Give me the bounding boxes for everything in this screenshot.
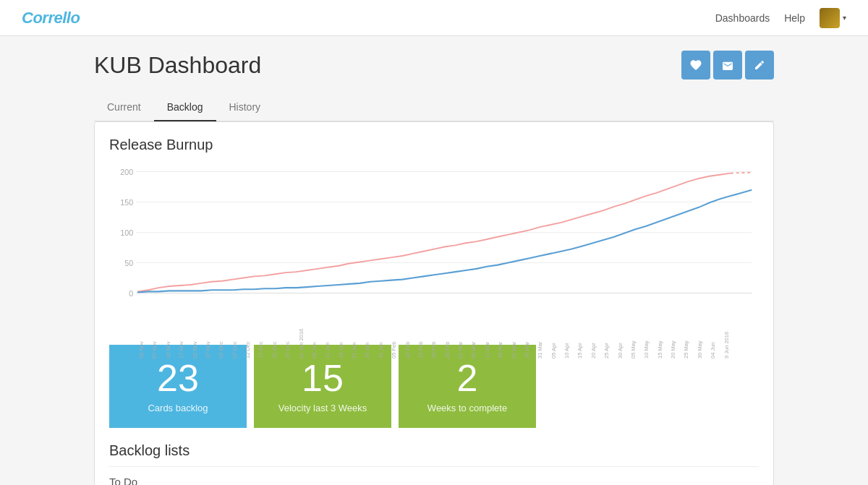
x-label: 25 Apr	[603, 319, 610, 359]
x-label: 9 Jun 2016	[723, 319, 730, 359]
tab-backlog[interactable]: Backlog	[154, 94, 216, 121]
x-label: 22 Nov	[192, 319, 198, 359]
user-avatar-menu[interactable]: ▾	[820, 8, 846, 28]
x-label: 10 May	[643, 319, 650, 359]
x-label: 01 Jan 2016	[298, 319, 305, 359]
release-burnup-chart: 200 150 100 50 0 02 Nov	[109, 164, 759, 330]
x-label: 27 Nov	[205, 319, 211, 359]
svg-text:200: 200	[120, 167, 133, 176]
backlog-lists-title: Backlog lists	[109, 442, 759, 467]
x-axis-labels: 02 Nov 07 Nov 12 Nov 17 Nov 22 Nov 27 No…	[109, 319, 759, 359]
svg-text:0: 0	[129, 288, 133, 297]
x-label: 01 Mar	[457, 319, 464, 359]
burnup-svg: 200 150 100 50 0	[109, 164, 759, 316]
edit-button[interactable]	[745, 51, 774, 80]
x-label: 17 Nov	[178, 319, 184, 359]
x-label: 04 Jun	[710, 319, 716, 359]
health-button[interactable]	[681, 51, 710, 80]
stat-number-weeks: 2	[457, 359, 478, 397]
x-label: 06 Jan	[311, 319, 318, 359]
stat-label-backlog: Cards backlog	[148, 403, 208, 413]
x-label: 20 Apr	[590, 319, 597, 359]
dashboards-link[interactable]: Dashboards	[715, 12, 770, 24]
x-label: 07 Nov	[151, 319, 158, 359]
stat-number-velocity: 15	[302, 359, 344, 397]
avatar	[820, 8, 840, 28]
svg-text:100: 100	[120, 228, 133, 236]
x-label: 06 Mar	[470, 319, 477, 359]
x-label: 10 Feb	[404, 319, 411, 359]
x-label: 16 Jan	[338, 319, 344, 359]
x-label: 07 Dec	[231, 319, 238, 359]
x-label: 25 May	[683, 319, 689, 359]
x-label: 02 Nov	[138, 319, 145, 359]
x-label: 16 Mar	[497, 319, 503, 359]
backlog-lists-section: Backlog lists To Do	[109, 442, 759, 485]
x-label: 20 Feb	[430, 319, 437, 359]
tab-history[interactable]: History	[216, 94, 274, 121]
stat-number-backlog: 23	[157, 359, 199, 397]
avatar-chevron-icon: ▾	[843, 14, 846, 22]
x-label: 15 Feb	[417, 319, 424, 359]
x-label: 17 Dec	[258, 319, 264, 359]
completed-line	[137, 190, 752, 293]
x-label: 15 May	[657, 319, 663, 359]
logo: Corrello	[22, 9, 80, 27]
x-label: 11 Jan	[324, 319, 331, 359]
main-card: Release Burnup 200 150 100 50 0	[94, 121, 774, 485]
x-label: 26 Jan	[364, 319, 370, 359]
email-icon	[721, 60, 734, 70]
x-label: 15 Apr	[576, 319, 583, 359]
svg-text:150: 150	[120, 197, 133, 206]
chart-section: Release Burnup 200 150 100 50 0	[109, 137, 759, 485]
x-label: 26 Mar	[524, 319, 530, 359]
scope-line-projected	[731, 173, 752, 173]
x-label: 05 Feb	[391, 319, 397, 359]
backlog-todo-title: To Do	[109, 476, 759, 485]
svg-text:50: 50	[124, 258, 133, 267]
x-label: 21 Jan	[351, 319, 357, 359]
tab-current[interactable]: Current	[94, 94, 154, 121]
email-button[interactable]	[713, 51, 742, 80]
chart-title: Release Burnup	[109, 137, 759, 153]
x-label: 12 Nov	[165, 319, 171, 359]
x-label: 11 Mar	[484, 319, 490, 359]
nav-right: Dashboards Help ▾	[715, 8, 846, 28]
x-label: 12 Dec	[244, 319, 251, 359]
edit-icon	[754, 59, 765, 71]
x-label: 25 Feb	[444, 319, 451, 359]
stat-label-velocity: Velocity last 3 Weeks	[278, 403, 367, 413]
x-label: 30 May	[697, 319, 703, 359]
heart-icon	[689, 59, 702, 72]
main-content: KUB Dashboard Current Backlog History	[72, 36, 796, 485]
x-label: 30 Apr	[617, 319, 624, 359]
top-navigation: Corrello Dashboards Help ▾	[0, 0, 868, 36]
x-label: 20 May	[670, 319, 676, 359]
header-actions	[681, 51, 774, 80]
x-label: 22 Dec	[271, 319, 278, 359]
x-label: 05 Apr	[550, 319, 557, 359]
dashboard-header: KUB Dashboard	[94, 51, 774, 80]
tab-bar: Current Backlog History	[94, 94, 774, 121]
page-title: KUB Dashboard	[94, 52, 261, 79]
stat-label-weeks: Weeks to complete	[427, 403, 507, 413]
x-label: 31 Mar	[537, 319, 543, 359]
help-link[interactable]: Help	[784, 12, 805, 24]
x-label: 05 May	[630, 319, 637, 359]
x-label: 02 Dec	[218, 319, 224, 359]
x-label: 21 Mar	[511, 319, 517, 359]
x-label: 31 Jan	[378, 319, 384, 359]
x-label: 27 Dec	[284, 319, 291, 359]
x-label: 10 Apr	[563, 319, 570, 359]
